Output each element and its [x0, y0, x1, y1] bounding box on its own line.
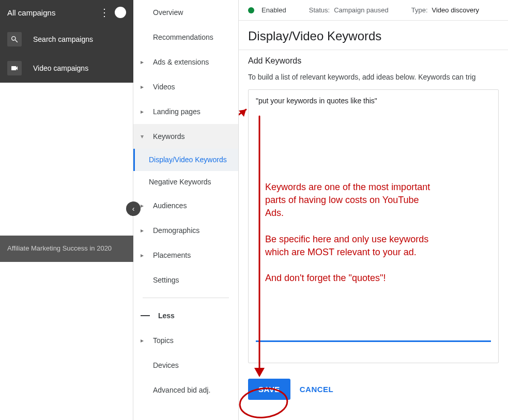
nav-label: Videos [153, 83, 175, 91]
campaign-sidebar: All campaigns ⋮ Search campaigns Video c… [0, 0, 133, 420]
nav-label: Recommendations [153, 33, 213, 41]
search-icon [7, 32, 22, 46]
nav-sub-display-video-keywords[interactable]: Display/Video Keywords [133, 149, 238, 171]
keywords-input[interactable] [256, 97, 491, 105]
svg-marker-1 [239, 110, 246, 117]
nav-videos[interactable]: ▸ Videos [133, 74, 238, 99]
nav-less-toggle[interactable]: Less [133, 303, 238, 328]
chevron-right-icon: ▸ [141, 227, 144, 234]
nav-label: Advanced bid adj. [153, 386, 210, 394]
chevron-right-icon: ▸ [141, 108, 144, 115]
nav-devices[interactable]: Devices [133, 353, 238, 378]
chevron-right-icon: ▸ [141, 202, 144, 209]
add-keywords-description: To build a list of relevant keywords, ad… [239, 68, 508, 87]
sidebar-item-label: Video campaigns [33, 64, 88, 72]
nav-label: Landing pages [153, 107, 201, 116]
nav-label: Keywords [153, 132, 184, 141]
nav-label: Audiences [153, 201, 187, 210]
svg-line-0 [239, 110, 246, 155]
input-focus-underline [256, 340, 491, 342]
nav-label: Overview [153, 8, 183, 17]
save-button[interactable]: SAVE [248, 379, 290, 400]
sidebar-item-label: Search campaigns [33, 35, 93, 43]
nav-landing-pages[interactable]: ▸ Landing pages [133, 99, 238, 124]
chevron-right-icon: ▸ [141, 58, 144, 66]
status-value: Campaign paused [334, 6, 389, 14]
chevron-right-icon: ▸ [141, 252, 144, 259]
campaign-card[interactable]: Affiliate Marketing Success in 2020 [0, 236, 133, 262]
status-bar: Enabled Status: Campaign paused Type: Vi… [239, 0, 508, 21]
nav-label: Ads & extensions [153, 58, 209, 66]
main-area: Enabled Status: Campaign paused Type: Vi… [239, 0, 508, 420]
nav-less-label: Less [158, 312, 175, 320]
campaign-card-label: Affiliate Marketing Success in 2020 [7, 244, 112, 252]
nav-demographics[interactable]: ▸ Demographics [133, 218, 238, 243]
add-keywords-heading: Add Keywords [239, 50, 508, 68]
nav-settings[interactable]: Settings [133, 268, 238, 292]
nav-sub-negative-keywords[interactable]: Negative Keywords [133, 171, 238, 193]
nav-label: Devices [153, 361, 179, 369]
nav-overview[interactable]: Overview [133, 0, 238, 25]
chevron-right-icon: ▸ [141, 83, 144, 90]
status-enabled-label[interactable]: Enabled [261, 6, 286, 14]
collapse-icon [141, 315, 150, 316]
account-avatar-icon[interactable] [115, 7, 126, 18]
keywords-textarea-wrapper: Keywords are one of the most important p… [248, 89, 499, 363]
sidebar-item-video-campaigns[interactable]: Video campaigns [0, 54, 133, 83]
nav-audiences[interactable]: ▸ Audiences [133, 193, 238, 218]
cancel-button[interactable]: CANCEL [300, 385, 334, 394]
nav-label: Settings [153, 276, 179, 284]
nav-sub-label: Display/Video Keywords [149, 155, 227, 164]
nav-label: Placements [153, 251, 191, 259]
page-title: Display/Video Keywords [239, 21, 508, 50]
more-menu-icon[interactable]: ⋮ [98, 7, 111, 18]
nav-recommendations[interactable]: Recommendations [133, 25, 238, 50]
all-campaigns-label: All campaigns [7, 8, 98, 17]
nav-placements[interactable]: ▸ Placements [133, 243, 238, 268]
chevron-right-icon: ▸ [141, 337, 144, 344]
nav-advanced-bid-adj[interactable]: Advanced bid adj. [133, 378, 238, 402]
nav-keywords[interactable]: ▾ Keywords [133, 124, 238, 149]
nav-label: Topics [153, 336, 174, 345]
chevron-down-icon: ▾ [141, 133, 144, 140]
nav-ads-extensions[interactable]: ▸ Ads & extensions [133, 50, 238, 74]
nav-label: Demographics [153, 226, 199, 235]
nav-sub-label: Negative Keywords [149, 178, 211, 186]
all-campaigns-header[interactable]: All campaigns ⋮ [0, 0, 133, 25]
video-icon [7, 61, 22, 75]
page-nav: ‹ Overview Recommendations ▸ Ads & exten… [133, 0, 239, 420]
annotation-text: Keywords are one of the most important p… [265, 181, 430, 285]
type-label: Type: [411, 6, 428, 14]
status-label: Status: [309, 6, 330, 14]
type-value: Video discovery [432, 6, 480, 14]
sidebar-item-search-campaigns[interactable]: Search campaigns [0, 25, 133, 54]
status-enabled-icon [248, 7, 254, 13]
nav-topics[interactable]: ▸ Topics [133, 328, 238, 353]
